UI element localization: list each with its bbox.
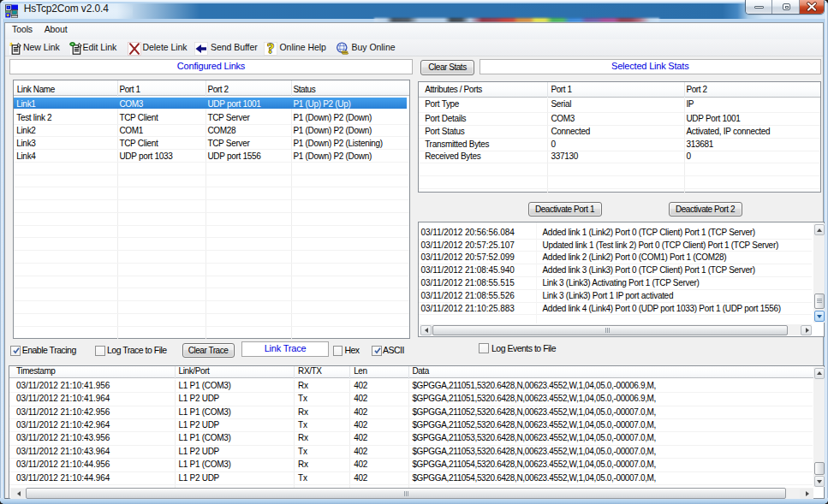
svg-text:?: ? — [267, 42, 274, 56]
